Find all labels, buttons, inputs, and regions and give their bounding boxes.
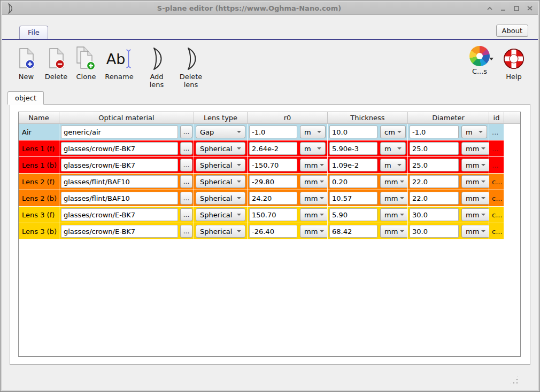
thickness-unit-select[interactable]: mm [380, 225, 408, 238]
r0-unit-select[interactable]: mm [300, 175, 328, 188]
thickness-unit-select[interactable]: mm [380, 175, 408, 188]
r0-unit-select[interactable]: m [300, 126, 326, 138]
clone-button[interactable]: Clone [73, 45, 99, 81]
header-diameter: Diameter [408, 112, 489, 124]
diameter-input[interactable] [410, 192, 459, 205]
material-browse-button[interactable]: ... [180, 142, 192, 155]
colors-button[interactable]: C...s [466, 45, 493, 76]
material-browse-button[interactable]: ... [180, 175, 192, 188]
resize-grip[interactable] [510, 375, 519, 385]
chevron-down-icon [481, 147, 485, 150]
id-cell[interactable]: c... [489, 223, 504, 239]
material-input[interactable] [61, 225, 178, 238]
thickness-input[interactable] [329, 225, 377, 238]
r0-input[interactable] [249, 126, 297, 138]
window-controls [485, 4, 535, 13]
browse-cell: ... [179, 223, 194, 239]
diameter-unit-select[interactable]: mm [461, 208, 489, 221]
delete-lens-button[interactable]: Delete lens [178, 45, 204, 89]
r0-input[interactable] [249, 192, 297, 205]
thickness-input[interactable] [329, 208, 377, 221]
diameter-input[interactable] [410, 142, 459, 155]
diameter-unit-select[interactable]: mm [461, 192, 489, 205]
maximize-button[interactable] [512, 4, 521, 13]
id-cell[interactable]: ... [489, 124, 504, 140]
material-browse-button[interactable]: ... [180, 192, 192, 205]
id-cell[interactable]: c... [489, 174, 504, 190]
row-name-cell[interactable]: Air [19, 124, 59, 140]
row-name-cell[interactable]: Lens 3 (f) [19, 207, 59, 223]
id-cell[interactable]: c... [489, 190, 504, 206]
r0-input[interactable] [249, 225, 297, 238]
tab-object[interactable]: object [7, 91, 44, 105]
material-input[interactable] [61, 192, 178, 205]
thickness-input[interactable] [329, 142, 377, 155]
diameter-input[interactable] [410, 175, 459, 188]
tab-file[interactable]: File [19, 26, 48, 39]
row-name-cell[interactable]: Lens 2 (b) [19, 190, 59, 206]
r0-input[interactable] [249, 159, 297, 171]
r0-unit-select[interactable]: mm [300, 208, 328, 221]
close-button[interactable] [525, 4, 535, 13]
lens-type-select[interactable]: Spherical [196, 142, 245, 155]
thickness-unit-select[interactable]: m [380, 159, 406, 171]
r0-input[interactable] [249, 142, 297, 155]
table-row: Lens 1 (b) ... Spherical mm m mm ... [19, 157, 520, 174]
thickness-input[interactable] [329, 175, 377, 188]
material-input[interactable] [61, 159, 178, 171]
r0-unit-select[interactable]: mm [300, 159, 328, 171]
r0-unit-select[interactable]: mm [300, 192, 328, 205]
add-lens-button[interactable]: Add lens [143, 45, 170, 89]
diameter-input[interactable] [410, 208, 459, 221]
diameter-unit-select[interactable]: mm [461, 225, 489, 238]
diameter-unit-select[interactable]: mm [461, 175, 489, 188]
diameter-input[interactable] [410, 159, 459, 171]
row-name-cell[interactable]: Lens 1 (f) [19, 140, 59, 156]
thickness-input[interactable] [329, 192, 377, 205]
delete-button[interactable]: Delete [43, 45, 70, 81]
id-cell[interactable]: ... [489, 157, 504, 173]
diameter-unit-select[interactable]: mm [461, 159, 489, 171]
lens-type-select[interactable]: Spherical [196, 225, 245, 238]
diameter-unit-select[interactable]: mm [461, 142, 489, 155]
r0-input[interactable] [249, 175, 297, 188]
minimize-button[interactable] [498, 4, 508, 13]
lens-type-select[interactable]: Spherical [196, 208, 245, 221]
diameter-input[interactable] [410, 225, 459, 238]
r0-unit-select[interactable]: mm [300, 225, 328, 238]
chevron-down-icon [397, 131, 402, 133]
thickness-unit-select[interactable]: mm [380, 192, 408, 205]
r0-cell [248, 124, 298, 140]
lens-type-select[interactable]: Spherical [196, 175, 245, 188]
lens-type-select[interactable]: Spherical [196, 192, 245, 205]
thickness-input[interactable] [329, 126, 377, 138]
material-input[interactable] [61, 175, 178, 188]
id-cell[interactable]: c... [489, 207, 504, 223]
row-name-cell[interactable]: Lens 3 (b) [19, 223, 59, 239]
material-input[interactable] [61, 142, 178, 155]
lens-type-select[interactable]: Spherical [196, 159, 245, 171]
material-input[interactable] [61, 208, 178, 221]
thickness-unit-select[interactable]: m [380, 142, 406, 155]
about-button[interactable]: About [496, 25, 528, 37]
thickness-unit-select[interactable]: cm [380, 126, 406, 138]
r0-unit-select[interactable]: m [300, 142, 326, 155]
id-cell[interactable]: ... [489, 140, 504, 156]
material-input[interactable] [61, 126, 178, 138]
material-browse-button[interactable]: ... [180, 225, 192, 238]
thickness-unit-select[interactable]: mm [380, 208, 408, 221]
diameter-unit-select[interactable]: m [461, 126, 487, 138]
help-button[interactable]: Help [500, 45, 527, 81]
material-browse-button[interactable]: ... [180, 208, 192, 221]
r0-input[interactable] [249, 208, 297, 221]
material-browse-button[interactable]: ... [180, 126, 192, 138]
rename-button[interactable]: Ab Rename [103, 45, 136, 81]
new-button[interactable]: New [13, 45, 40, 81]
material-browse-button[interactable]: ... [180, 159, 192, 171]
lens-type-select[interactable]: Gap [196, 126, 245, 138]
diameter-input[interactable] [410, 126, 459, 138]
row-name-cell[interactable]: Lens 1 (b) [19, 157, 59, 173]
row-name-cell[interactable]: Lens 2 (f) [19, 174, 59, 190]
shade-button[interactable] [485, 4, 495, 13]
thickness-input[interactable] [329, 159, 377, 171]
